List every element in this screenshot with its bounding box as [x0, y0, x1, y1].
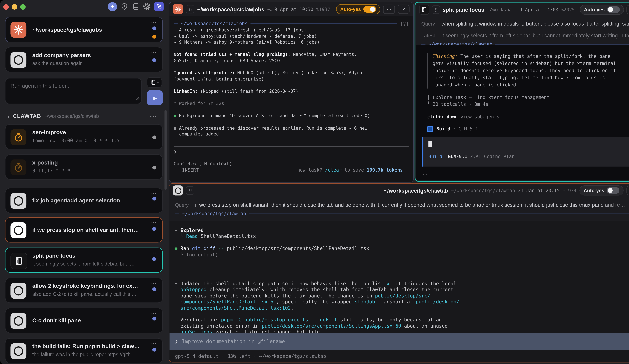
build-model-plan: Build GLM-5.1 Z.AI Coding Plan: [429, 154, 629, 160]
run-agent-input[interactable]: [5, 79, 141, 104]
sidebar-item-split-pane-focus[interactable]: split pane focus it seemingly selects it…: [5, 247, 163, 273]
pane-clawjobs[interactable]: ~/workspace/tgs/clawjobs ~/… 9 Apr at 10…: [169, 2, 414, 183]
pane-menu-button[interactable]: ⋯: [627, 186, 629, 195]
clear-hint: new task? /clear to save 109.7k tokens: [297, 167, 403, 173]
traffic-zoom-button[interactable]: [20, 4, 25, 9]
query-row: Query if we press stop on shell variant,…: [169, 201, 629, 210]
auto-yes-toggle[interactable]: Auto-yes: [579, 185, 624, 195]
item-menu-button[interactable]: ⋯: [151, 219, 157, 226]
item-menu-button[interactable]: ⋯: [151, 19, 157, 25]
journal-icon[interactable]: [131, 2, 140, 11]
input-prompt: ❯: [175, 339, 178, 345]
sidebar-scrollbar[interactable]: [164, 110, 167, 190]
terminal-cursor: [429, 141, 432, 147]
pane-close-button[interactable]: ×: [398, 5, 410, 14]
auto-yes-toggle[interactable]: Auto-yes: [336, 4, 380, 14]
status-dot-blue: [152, 58, 156, 62]
openai-icon: [10, 52, 26, 68]
sidebar-item-seo-improve[interactable]: seo-improve tomorrow 10:00 am 0 10 * * 1…: [5, 124, 163, 149]
task-schedule: tomorrow 10:00 am 0 10 * * 1,5: [32, 138, 146, 143]
item-menu-button[interactable]: ⋯: [151, 190, 157, 196]
pane-timestamp: 21 Jan at 20:15: [518, 188, 560, 193]
query-text: if we press stop on shell variant, then …: [195, 202, 629, 208]
status-dot-blue: [152, 317, 156, 321]
pane-session-id: %1937: [316, 6, 330, 12]
drag-handle-icon[interactable]: [186, 186, 194, 195]
pane-header: ~/workspace/tgs/clawtab ~/workspace/tgs/…: [169, 184, 629, 197]
section-menu-button[interactable]: ⋯: [150, 112, 157, 120]
app-logo-claw-icon[interactable]: [154, 2, 164, 11]
task-title: if we press stop on shell variant, then…: [32, 227, 146, 233]
item-menu-button[interactable]: ⋯: [151, 280, 157, 286]
section-header-clawtab[interactable]: ▼CLAWTAB~/workspace/tgs/clawtab ⋯: [7, 112, 164, 121]
auto-yes-toggle[interactable]: Auto-yes: [580, 5, 624, 15]
starburst-icon: [173, 4, 183, 14]
task-title: x-posting: [32, 159, 146, 166]
task-title: fix job agent/add agent selection: [32, 197, 146, 204]
drag-handle-icon[interactable]: [186, 5, 194, 13]
sidebar-item-fix-job-agent[interactable]: fix job agent/add agent selection ⋯: [5, 188, 163, 213]
footer-marks: ··: [422, 172, 629, 177]
item-menu-button[interactable]: ⋯: [151, 310, 157, 316]
pane-split-pane-focus[interactable]: split pane focus ~/workspace… 9 Apr at 1…: [415, 2, 629, 182]
status-dot-gray: [152, 166, 156, 170]
task-title: the build fails: Run pnpm build > claw…: [32, 343, 146, 350]
pane-timestamp: 9 Apr at 10:30: [274, 6, 313, 12]
resize-handle-icon[interactable]: [135, 94, 140, 102]
terminal-split-pane[interactable]: Thinking: The user is saying that after …: [416, 45, 629, 180]
task-subtitle: also add C-2+q to kill pane. actually ca…: [32, 291, 146, 297]
app-window: + ~/workspace/tgs/clawjobs ⋯: [0, 0, 629, 364]
pane-path: ~/workspace…: [487, 7, 517, 12]
gear-icon[interactable]: [143, 2, 151, 11]
pane-title: ~/workspace/tgs/clawjobs: [197, 6, 264, 12]
latest-text: it seemingly selects it from left sideba…: [442, 33, 629, 39]
status-dot-gray: [152, 135, 156, 139]
agent-variant-dropdown[interactable]: ▾: [147, 77, 162, 88]
statusline: -- INSERT -- new task? /clear to save 10…: [174, 167, 409, 173]
terminal-icon: [419, 5, 429, 15]
pane-menu-button[interactable]: ⋯: [627, 5, 629, 14]
item-menu-button[interactable]: ⋯: [151, 340, 157, 347]
terminal-clawjobs[interactable]: ~/workspace/tgs/clawjobs[y] - Afresh -> …: [169, 16, 413, 182]
item-menu-button[interactable]: ⋯: [151, 49, 157, 55]
new-task-button[interactable]: +: [108, 2, 117, 11]
pane-session-id: %1934: [563, 188, 576, 193]
shell-prompt[interactable]: ❯: [174, 147, 409, 157]
sidebar-item-add-company-parsers[interactable]: add company parsers ask the question aga…: [5, 47, 163, 72]
divider: [174, 157, 409, 157]
query-text: when splitting a window in details ... b…: [442, 21, 629, 27]
agent-input-row[interactable]: ❯ Improve documentation in @filename: [169, 333, 629, 350]
task-schedule: 0 11,17 * * *: [32, 168, 146, 174]
tmux-rule: ~/workspace/tgs/clawjobs[y]: [174, 20, 409, 27]
sidebar-item-build-fails[interactable]: the build fails: Run pnpm build > claw… …: [5, 338, 163, 363]
statusline: gpt-5.4 default · 83% left · ~/workspace…: [175, 353, 326, 359]
sidebar-item-cc-dont-kill-pane[interactable]: C-c don't kill pane ⋯: [5, 308, 163, 333]
openai-icon: [173, 185, 183, 195]
shield-icon[interactable]: [120, 2, 129, 11]
traffic-close-button[interactable]: [3, 4, 9, 9]
openai-icon: [10, 283, 26, 299]
rule-flag: [y]: [400, 21, 409, 26]
sidebar-item-press-stop-shell-variant[interactable]: if we press stop on shell variant, then……: [5, 217, 163, 243]
pane-path: ~/workspace/tgs/clawtab: [451, 188, 515, 193]
toggle-track: [607, 187, 619, 194]
drag-handle-icon[interactable]: [432, 5, 440, 14]
pane-clawtab[interactable]: ~/workspace/tgs/clawtab ~/workspace/tgs/…: [169, 183, 629, 363]
active-build-block[interactable]: Build GLM-5.1 Z.AI Coding Plan: [422, 137, 629, 166]
run-agent-button[interactable]: ▶: [147, 90, 163, 105]
task-title: split pane focus: [32, 252, 146, 259]
traffic-minimize-button[interactable]: [12, 4, 17, 9]
toggle-track: [363, 6, 376, 12]
sidebar-item-allow-2-keystroke[interactable]: allow 2 keystroke keybindings. for ex… a…: [5, 278, 163, 303]
sidebar-item-clawjobs-project[interactable]: ~/workspace/tgs/clawjobs ⋯: [5, 17, 163, 42]
pane-timestamp: 9 Apr at 14:03: [519, 7, 558, 12]
status-dot-blue: [152, 227, 156, 231]
status-dot-blue: [152, 257, 156, 261]
sidebar-item-x-posting[interactable]: x-posting 0 11,17 * * *: [5, 154, 163, 179]
pane-menu-button[interactable]: ⋯: [383, 5, 395, 14]
pane-header: split pane focus ~/workspace… 9 Apr at 1…: [415, 2, 629, 17]
sidebar: ~/workspace/tgs/clawjobs ⋯ add company p…: [4, 14, 168, 364]
status-dot-blue: [152, 26, 156, 30]
section-name: CLAWTAB: [13, 113, 41, 119]
item-menu-button[interactable]: ⋯: [151, 250, 157, 256]
